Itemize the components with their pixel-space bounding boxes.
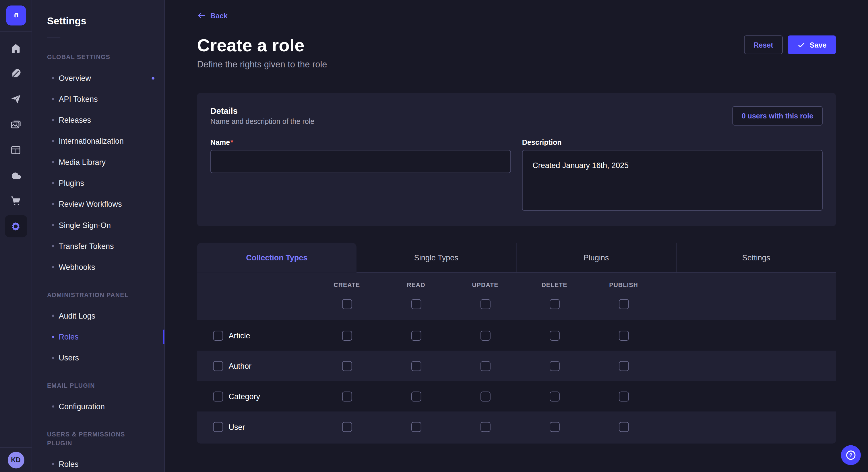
tab-collection-types[interactable]: Collection Types: [197, 243, 356, 273]
sidebar-item-api-tokens[interactable]: API Tokens: [32, 90, 164, 108]
article-create-checkbox[interactable]: [342, 330, 352, 340]
sidebar-item-plugins[interactable]: Plugins: [32, 174, 164, 192]
bullet-icon: [52, 314, 54, 317]
article-update-checkbox[interactable]: [480, 330, 490, 340]
bullet-icon: [52, 182, 54, 184]
cloud-button[interactable]: [5, 164, 27, 187]
author-update-checkbox[interactable]: [480, 361, 490, 371]
author-delete-checkbox[interactable]: [549, 361, 559, 371]
description-textarea[interactable]: Created January 16th, 2025: [522, 150, 823, 211]
paper-plane-icon: [10, 93, 22, 105]
category-row-checkbox[interactable]: [213, 391, 223, 401]
select-all-delete-checkbox[interactable]: [549, 299, 559, 309]
home-button[interactable]: [5, 37, 27, 59]
user-row-checkbox[interactable]: [213, 422, 223, 432]
sidebar-item-media-library[interactable]: Media Library: [32, 153, 164, 171]
author-row-checkbox[interactable]: [213, 361, 223, 371]
reset-button[interactable]: Reset: [744, 35, 782, 54]
sidebar-item-label: Audit Logs: [59, 311, 95, 320]
tab-plugins[interactable]: Plugins: [516, 243, 676, 273]
select-all-publish-checkbox[interactable]: [619, 299, 629, 309]
sidebar-item-roles-up[interactable]: Roles: [32, 455, 164, 472]
user-publish-checkbox[interactable]: [619, 422, 629, 432]
sidebar-item-overview[interactable]: Overview: [32, 69, 164, 87]
home-icon: [10, 42, 22, 54]
bullet-icon: [52, 203, 54, 205]
category-update-checkbox[interactable]: [480, 391, 490, 401]
sidebar-item-roles-admin[interactable]: Roles: [32, 328, 164, 346]
bullet-icon: [52, 161, 54, 163]
content-manager-button[interactable]: [5, 139, 27, 161]
page-header: Create a role Define the rights given to…: [197, 35, 836, 70]
select-all-read-checkbox[interactable]: [411, 299, 421, 309]
deploy-button[interactable]: [5, 88, 27, 110]
article-delete-checkbox[interactable]: [549, 330, 559, 340]
sidebar-item-audit-logs[interactable]: Audit Logs: [32, 307, 164, 325]
article-read-checkbox[interactable]: [411, 330, 421, 340]
marketplace-button[interactable]: [5, 190, 27, 212]
section-label: ADMINISTRATION PANEL: [32, 291, 164, 299]
article-row-checkbox[interactable]: [213, 330, 223, 340]
sidebar-item-transfer-tokens[interactable]: Transfer Tokens: [32, 237, 164, 255]
details-fields: Name* Description Created January 16th, …: [210, 138, 823, 213]
column-header-update: UPDATE: [472, 281, 498, 288]
sidebar-item-users[interactable]: Users: [32, 349, 164, 367]
section-users-permissions-plugin: USERS & PERMISSIONS PLUGIN Roles Provide…: [32, 430, 164, 472]
details-card-header: Details Name and description of the role…: [210, 106, 823, 126]
user-read-checkbox[interactable]: [411, 422, 421, 432]
sidebar-item-label: API Tokens: [59, 95, 98, 103]
description-label: Description: [522, 138, 823, 147]
column-header-row: CREATE READ UPDATE DELETE PUBLISH: [197, 281, 836, 288]
select-all-create-checkbox[interactable]: [342, 299, 352, 309]
gear-icon: [10, 221, 22, 232]
help-button[interactable]: ?: [841, 445, 861, 465]
back-link[interactable]: Back: [197, 11, 228, 20]
category-delete-checkbox[interactable]: [549, 391, 559, 401]
category-create-checkbox[interactable]: [342, 391, 352, 401]
author-publish-checkbox[interactable]: [619, 361, 629, 371]
sidebar-item-single-sign-on[interactable]: Single Sign-On: [32, 216, 164, 234]
sidebar-item-review-workflows[interactable]: Review Workflows: [32, 195, 164, 213]
media-library-button[interactable]: [5, 113, 27, 135]
sidebar-item-configuration[interactable]: Configuration: [32, 398, 164, 415]
user-update-checkbox[interactable]: [480, 422, 490, 432]
svg-text:?: ?: [849, 452, 852, 458]
name-field-group: Name*: [210, 138, 511, 213]
section-global-settings: GLOBAL SETTINGS Overview API Tokens Rele…: [32, 53, 164, 276]
rail-icon-list: [5, 37, 27, 237]
workspace-logo[interactable]: [0, 0, 32, 32]
save-button[interactable]: Save: [787, 35, 836, 54]
table-row-user: User: [197, 411, 836, 442]
author-read-checkbox[interactable]: [411, 361, 421, 371]
details-card: Details Name and description of the role…: [197, 93, 836, 226]
section-label: USERS & PERMISSIONS PLUGIN: [32, 430, 164, 448]
tab-single-types[interactable]: Single Types: [356, 243, 516, 273]
user-avatar[interactable]: KD: [7, 452, 24, 468]
bullet-icon: [52, 140, 54, 142]
table-row-article: Article: [197, 320, 836, 351]
category-read-checkbox[interactable]: [411, 391, 421, 401]
user-create-checkbox[interactable]: [342, 422, 352, 432]
user-delete-checkbox[interactable]: [549, 422, 559, 432]
category-publish-checkbox[interactable]: [619, 391, 629, 401]
notification-dot-icon: [152, 76, 154, 79]
description-field-group: Description Created January 16th, 2025: [522, 138, 823, 213]
tab-settings[interactable]: Settings: [676, 243, 836, 273]
page-title: Create a role: [197, 35, 327, 55]
users-with-role-button[interactable]: 0 users with this role: [732, 106, 823, 126]
section-administration-panel: ADMINISTRATION PANEL Audit Logs Roles Us…: [32, 291, 164, 367]
sidebar-item-internationalization[interactable]: Internationalization: [32, 132, 164, 150]
strapi-logo-icon: [6, 5, 26, 25]
sidebar-item-releases[interactable]: Releases: [32, 111, 164, 129]
article-publish-checkbox[interactable]: [619, 330, 629, 340]
author-create-checkbox[interactable]: [342, 361, 352, 371]
name-label: Name*: [210, 138, 511, 147]
details-title-block: Details Name and description of the role: [210, 106, 314, 126]
select-all-update-checkbox[interactable]: [480, 299, 490, 309]
content-type-builder-button[interactable]: [5, 63, 27, 85]
page-subtitle: Define the rights given to the role: [197, 60, 327, 70]
settings-button[interactable]: [5, 215, 27, 237]
bullet-icon: [52, 405, 54, 408]
sidebar-item-webhooks[interactable]: Webhooks: [32, 258, 164, 276]
name-input[interactable]: [210, 150, 511, 173]
